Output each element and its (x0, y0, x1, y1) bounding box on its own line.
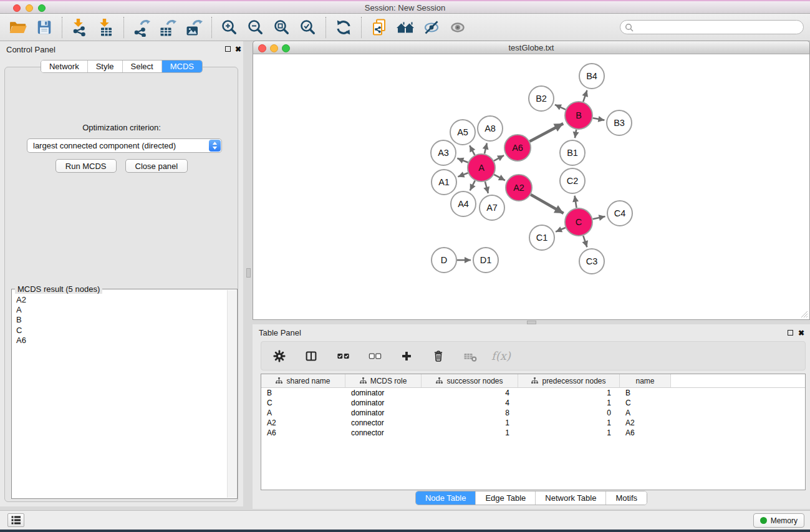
graph-edge-B-B2[interactable] (555, 105, 566, 110)
graph-edge-A-A4[interactable] (470, 181, 475, 191)
cell-name[interactable]: B (620, 388, 671, 398)
home-button[interactable] (393, 16, 418, 39)
graph-edge-A-A5[interactable] (470, 145, 475, 155)
import-network-button[interactable] (67, 16, 92, 39)
network-canvas[interactable]: B4B2BB3A5A8A6A3B1AA1C2A2A4A7CC4C1C3DD1 (253, 54, 810, 320)
tab-motifs[interactable]: Motifs (605, 491, 647, 505)
graph-node-A8[interactable]: A8 (478, 116, 503, 141)
zoom-fit-button[interactable] (269, 16, 294, 39)
table-row[interactable]: Bdominator41B (261, 388, 805, 398)
mcds-result-item[interactable]: A (12, 305, 228, 315)
table-row[interactable]: A2connector11A2 (261, 418, 805, 428)
mcds-result-item[interactable]: A6 (12, 336, 228, 346)
cell-shared-name[interactable]: A2 (261, 418, 345, 428)
graph-node-C2[interactable]: C2 (560, 168, 585, 193)
graph-edge-B-B3[interactable] (593, 118, 605, 120)
tab-style[interactable]: Style (87, 60, 122, 72)
graph-node-C[interactable]: C (565, 208, 592, 236)
graph-node-B[interactable]: B (565, 102, 592, 129)
graph-edge-A-A7[interactable] (485, 181, 488, 193)
export-table-button[interactable] (155, 16, 180, 39)
graph-node-C1[interactable]: C1 (529, 225, 554, 250)
cell-name[interactable]: A (620, 408, 671, 418)
table-row[interactable]: Cdominator41C (261, 398, 805, 408)
graph-node-A1[interactable]: A1 (432, 170, 456, 195)
import-table-button[interactable] (94, 16, 118, 39)
graph-edge-A-A3[interactable] (457, 158, 468, 163)
search-input[interactable] (637, 22, 798, 33)
criterion-select[interactable]: largest connected component (directed) (27, 138, 222, 153)
zoom-in-button[interactable] (217, 16, 242, 39)
graph-edge-B-B1[interactable] (575, 130, 576, 138)
tab-network[interactable]: Network (41, 60, 87, 72)
export-network-button[interactable] (129, 16, 154, 39)
mcds-result-item[interactable]: B (12, 315, 228, 325)
tab-node-table[interactable]: Node Table (416, 491, 476, 505)
export-image-button[interactable] (181, 16, 206, 39)
open-session-button[interactable] (6, 16, 31, 39)
hide-button[interactable] (419, 16, 444, 39)
graph-node-B2[interactable]: B2 (529, 86, 554, 111)
refresh-button[interactable] (331, 16, 356, 39)
run-mcds-button[interactable]: Run MCDS (55, 159, 117, 173)
close-panel-icon[interactable]: ✖ (235, 46, 241, 53)
graph-edge-A-A2[interactable] (494, 175, 505, 180)
create-column-button[interactable] (396, 346, 417, 367)
graph-node-A[interactable]: A (468, 154, 495, 181)
mcds-result-item[interactable]: A2 (12, 295, 228, 305)
cell-successor-nodes[interactable]: 8 (422, 408, 518, 418)
float-panel-icon[interactable] (788, 330, 793, 336)
vertical-scroll-thumb[interactable] (246, 268, 251, 278)
graph-node-A4[interactable]: A4 (451, 191, 476, 216)
cell-name[interactable]: C (620, 398, 671, 408)
function-builder-label[interactable]: f(x) (491, 349, 511, 362)
network-graph[interactable]: B4B2BB3A5A8A6A3B1AA1C2A2A4A7CC4C1C3DD1 (253, 54, 809, 319)
cell-successor-nodes[interactable]: 4 (422, 388, 518, 398)
cell-successor-nodes[interactable]: 1 (422, 428, 518, 438)
cell-shared-name[interactable]: C (261, 398, 345, 408)
cell-shared-name[interactable]: B (261, 388, 345, 398)
show-column-panel-button[interactable] (301, 346, 322, 367)
graph-edge-C-C4[interactable] (592, 216, 605, 219)
column-header-name[interactable]: name (620, 374, 671, 387)
zoom-out-button[interactable] (243, 16, 268, 39)
graph-node-B4[interactable]: B4 (579, 64, 604, 89)
graph-edge-A-A6[interactable] (494, 155, 504, 161)
zoom-selected-button[interactable] (296, 16, 321, 39)
graph-edge-A-A1[interactable] (458, 173, 468, 177)
graph-edge-C-C2[interactable] (575, 196, 577, 208)
graph-node-A3[interactable]: A3 (431, 140, 456, 165)
delete-columns-button[interactable] (428, 346, 449, 367)
cell-predecessor-nodes[interactable]: 1 (518, 418, 620, 428)
show-button[interactable] (445, 16, 470, 39)
deselect-all-button[interactable] (364, 346, 385, 367)
task-history-button[interactable] (7, 513, 24, 527)
cell-predecessor-nodes[interactable]: 1 (518, 388, 620, 398)
graph-edge-B-B4[interactable] (583, 90, 587, 102)
graph-node-C4[interactable]: C4 (607, 201, 632, 226)
cell-shared-name[interactable]: A (261, 408, 345, 418)
mcds-result-item[interactable]: C (12, 326, 228, 336)
graph-node-D[interactable]: D (432, 248, 456, 273)
graph-node-A2[interactable]: A2 (506, 175, 532, 201)
share-network-button[interactable] (367, 16, 392, 39)
graph-node-B3[interactable]: B3 (607, 110, 632, 135)
cell-predecessor-nodes[interactable]: 1 (518, 398, 620, 408)
cell-MCDS-role[interactable]: connector (345, 418, 422, 428)
graph-edge-C-C1[interactable] (556, 228, 566, 232)
tab-network-table[interactable]: Network Table (535, 491, 605, 505)
cell-MCDS-role[interactable]: connector (345, 428, 422, 438)
resize-grip[interactable] (801, 311, 808, 318)
cell-MCDS-role[interactable]: dominator (345, 398, 422, 408)
column-header-successor-nodes[interactable]: successor nodes (422, 374, 518, 387)
save-session-button[interactable] (32, 16, 57, 39)
column-header-predecessor-nodes[interactable]: predecessor nodes (518, 374, 620, 387)
column-header-shared-name[interactable]: shared name (261, 374, 345, 387)
memory-button[interactable]: Memory (753, 513, 804, 528)
graph-node-A5[interactable]: A5 (450, 120, 475, 145)
graph-node-D1[interactable]: D1 (473, 248, 498, 273)
graph-edge-A2-C[interactable] (531, 195, 564, 213)
result-scrollbar[interactable] (227, 290, 236, 498)
cell-shared-name[interactable]: A6 (261, 428, 345, 438)
graph-node-A6[interactable]: A6 (504, 135, 531, 161)
